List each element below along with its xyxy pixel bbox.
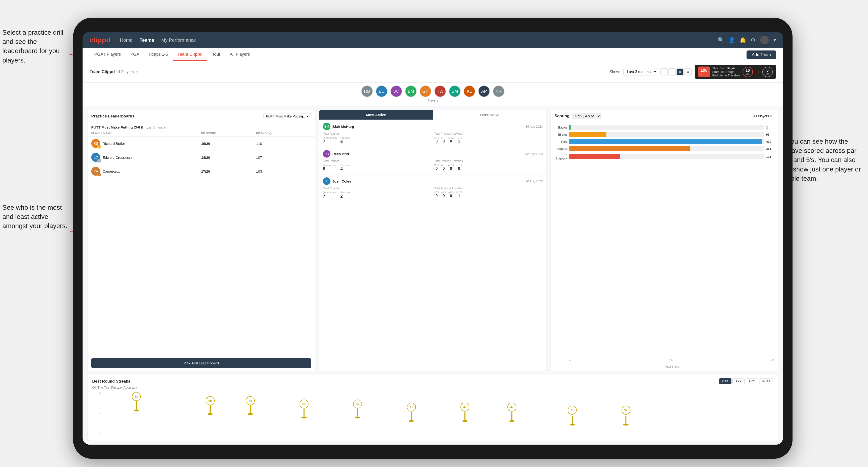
player-avatar[interactable]: JC <box>390 85 402 97</box>
end-lie: End Lie: In The Hole <box>712 73 740 77</box>
user-avatar[interactable] <box>760 36 769 44</box>
content-grid: Practice Leaderboards PUTT Must Make Put… <box>83 106 783 375</box>
yds-end-label: yds <box>766 73 769 75</box>
chart-value-eagles: 3 <box>766 126 774 129</box>
least-active-tab[interactable]: Least Active <box>433 110 547 120</box>
chart-bar-eagles <box>569 125 570 130</box>
streak-y-bot: 2 <box>93 431 100 434</box>
nav-my-performance[interactable]: My Performance <box>161 36 196 44</box>
streak-chart: 6 4 2 <box>92 392 773 434</box>
team-header: Team Clippd 14 Players ✏ Show: Last 3 mo… <box>83 61 783 83</box>
pac-header: BM Blair McHarg 26 Aug 2023 <box>323 123 543 130</box>
pac-rounds: Total Rounds Tournament 7 Practice 2 <box>323 187 432 199</box>
pac-activities-label: Total Practice Activities <box>434 132 543 135</box>
view-grid-large[interactable]: ⊠ <box>677 68 684 75</box>
subnav-all-players[interactable]: All Players <box>225 49 254 61</box>
search-icon[interactable]: 🔍 <box>717 37 724 43</box>
pac-activities: Total Practice Activities OTT 0 APP 0 <box>434 187 543 199</box>
nav-teams[interactable]: Teams <box>140 36 154 44</box>
player-avatar[interactable]: NR <box>493 85 504 97</box>
chart-bar-container <box>569 132 764 137</box>
svg-point-15 <box>408 420 414 422</box>
lb-player: CA 3 Cameron... <box>91 167 201 176</box>
pac-ott: OTT 0 <box>434 136 439 144</box>
leaderboard-panel-header: Practice Leaderboards PUTT Must Make Put… <box>88 110 315 123</box>
chart-value-dbogeys: 131 <box>766 155 774 158</box>
rank-badge: 3 <box>97 173 101 177</box>
scoring-par-filter[interactable]: Par 3, 4 & 5s Par 3s Par 4s Par 5s <box>572 113 601 119</box>
player-avatar[interactable]: KL <box>464 85 475 97</box>
practice-leaderboards-panel: Practice Leaderboards PUTT Must Make Put… <box>87 110 315 371</box>
streak-bubble-6x-1: 6x <box>206 396 215 405</box>
lb-row: EC 2 Edward Crossman 18/20 107 <box>88 151 315 164</box>
lb-row: CA 3 Cameron... 17/20 103 <box>88 164 315 178</box>
people-icon[interactable]: 👤 <box>728 37 735 43</box>
tab-putt[interactable]: PUTT <box>759 378 773 384</box>
tab-arg[interactable]: ARG <box>746 378 758 384</box>
lb-player-name: Edward Crossman <box>102 155 132 159</box>
subnav-hcaps[interactable]: Hcaps 1-5 <box>144 49 173 61</box>
streak-bubble-4x-3: 4x <box>507 403 516 412</box>
settings-icon[interactable]: ⚙ <box>751 37 755 43</box>
view-list[interactable]: ≡ <box>684 68 691 75</box>
lb-avatar: CA 3 <box>91 167 100 176</box>
lb-player-name: Richard Butler <box>102 142 125 146</box>
pac-arg: ARG 0 <box>448 136 454 144</box>
nav-home[interactable]: Home <box>120 36 132 44</box>
pac-tournament-val: 8 <box>323 166 337 172</box>
pac-date: 02 Sep 2023 <box>525 152 543 156</box>
view-grid-medium[interactable]: ⊟ <box>669 68 676 75</box>
leaderboard-filter-label: PUTT Must Make Putting... <box>266 115 306 118</box>
avatar-chevron[interactable]: ▾ <box>773 37 776 43</box>
tablet-screen: clippd Home Teams My Performance 🔍 👤 🔔 ⚙… <box>83 32 783 445</box>
subnav-pgat[interactable]: PGAT Players <box>90 49 125 61</box>
svg-point-9 <box>248 413 253 415</box>
pac-rounds-label: Total Rounds <box>323 159 432 163</box>
pac-stats: Total Rounds Tournament 8 Practice 4 <box>323 159 543 172</box>
axis-0: 0 <box>569 359 571 362</box>
player-avatar[interactable]: EC <box>376 85 388 97</box>
pac-stat-row: Tournament 7 Practice 2 <box>323 191 432 199</box>
chart-value-bogeys: 311 <box>766 147 774 151</box>
pac-rounds: Total Rounds Tournament 7 Practice 6 <box>323 132 432 144</box>
chart-bar-pars <box>569 139 762 144</box>
add-team-button[interactable]: Add Team <box>747 51 776 59</box>
lb-avatar: EC 2 <box>91 153 100 162</box>
pac-date: 26 Aug 2023 <box>526 180 543 183</box>
edit-team-icon[interactable]: ✏ <box>135 70 138 74</box>
player-avatar[interactable]: SM <box>449 85 461 97</box>
axis-200: 200 <box>668 359 673 362</box>
player-avatar[interactable]: RB <box>361 85 373 97</box>
player-avatar[interactable]: TW <box>434 85 446 97</box>
player-avatar[interactable]: GH <box>420 85 431 97</box>
chart-x-label: Total Shots <box>555 364 774 368</box>
bell-icon[interactable]: 🔔 <box>740 37 746 43</box>
lb-player-avg: 103 <box>256 169 311 173</box>
pac-stat-row: Tournament 7 Practice 6 <box>323 136 432 144</box>
leaderboard-filter[interactable]: PUTT Must Make Putting... ▾ <box>264 113 311 119</box>
pac-stat-row: Tournament 8 Practice 4 <box>323 164 432 172</box>
pac-putt: PUTT 1 <box>456 191 463 198</box>
subnav-team-clippd[interactable]: Team Clippd <box>173 49 207 61</box>
tab-ott[interactable]: OTT <box>719 378 732 384</box>
pac-stats: Total Rounds Tournament 7 Practice 2 <box>323 187 543 199</box>
most-active-tab[interactable]: Most Active <box>319 110 433 120</box>
show-period-select[interactable]: Last 3 months Last 6 months Last year <box>623 68 657 75</box>
lb-player-score: 19/20 <box>201 142 256 146</box>
lb-row: RB 🥇 Richard Butler 19/20 110 <box>88 136 315 151</box>
pac-rounds: Total Rounds Tournament 8 Practice 4 <box>323 159 432 172</box>
pac-avatar: JC <box>323 177 331 185</box>
annotation-top-left: Select a practice drill and see the lead… <box>2 28 68 65</box>
subnav-pga[interactable]: PGA <box>125 49 144 61</box>
filter-chevron: ▾ <box>307 115 309 118</box>
tab-app[interactable]: APP <box>733 378 745 384</box>
subnav-tour[interactable]: Tour <box>207 49 225 61</box>
view-grid-small[interactable]: ⊞ <box>660 68 668 75</box>
chart-row-dbogeys: D. Bogeys+ 131 <box>555 153 774 160</box>
player-avatars: RB EC JC BM GH TW SM KL AP NR <box>361 85 504 97</box>
view-full-leaderboard-button[interactable]: View Full Leaderboard <box>91 358 311 368</box>
player-avatar[interactable]: AP <box>478 85 490 97</box>
scoring-player-filter[interactable]: All Players ▾ <box>751 113 774 119</box>
chart-bar-container <box>569 146 764 151</box>
player-avatar[interactable]: BM <box>405 85 417 97</box>
